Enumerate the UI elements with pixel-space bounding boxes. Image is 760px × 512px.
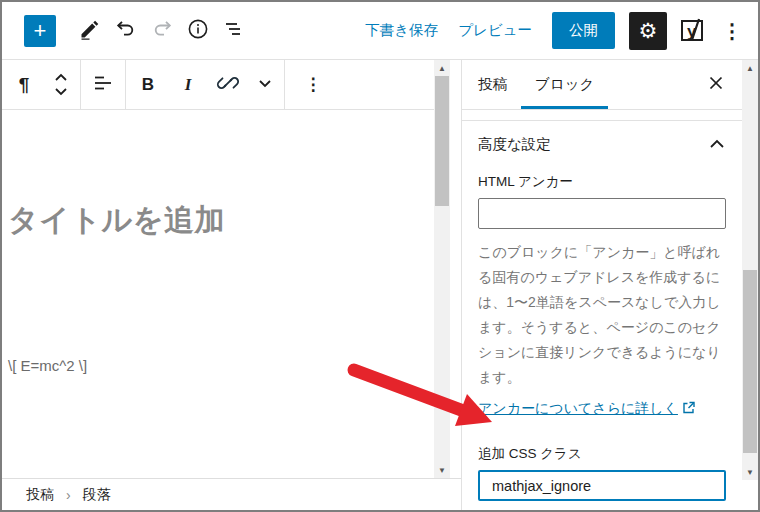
sidebar-tabs: 投稿 ブロック — [462, 60, 742, 110]
list-view-button[interactable] — [216, 13, 252, 49]
info-icon — [186, 17, 210, 44]
options-menu-button[interactable]: ⋮ — [722, 19, 742, 43]
paragraph-block-button[interactable]: ¶ — [4, 61, 44, 109]
toolbar-seg-format: B I — [126, 60, 285, 109]
close-sidebar-button[interactable] — [696, 60, 736, 109]
list-view-icon — [222, 17, 246, 44]
gear-icon: ⚙ — [639, 19, 658, 42]
scroll-up-arrow[interactable]: ▲ — [742, 60, 758, 76]
publish-button[interactable]: 公開 — [552, 12, 615, 49]
html-anchor-label: HTML アンカー — [478, 173, 726, 191]
yoast-icon: y — [679, 32, 706, 47]
details-button[interactable] — [180, 13, 216, 49]
italic-icon: I — [185, 75, 192, 95]
close-icon — [708, 75, 724, 94]
tab-block[interactable]: ブロック — [521, 60, 608, 109]
anchor-docs-link-label: アンカーについてさらに詳しく — [478, 400, 678, 418]
breadcrumb-separator-icon: › — [66, 487, 71, 503]
link-icon — [216, 71, 240, 98]
bold-icon: B — [142, 75, 154, 95]
scroll-down-arrow[interactable]: ▼ — [434, 462, 450, 478]
undo-button[interactable] — [108, 13, 144, 49]
toolbar-seg-align — [81, 60, 126, 109]
pencil-icon — [78, 17, 102, 44]
additional-css-label: 追加 CSS クラス — [478, 445, 726, 463]
editor-topbar: + 下書き保存 プレビュー — [2, 2, 758, 60]
sidebar-scrollbar-thumb[interactable] — [743, 270, 757, 453]
toolbar-seg-options: ⋮ — [285, 60, 341, 109]
panel-title: 高度な設定 — [478, 135, 551, 154]
tools-button[interactable] — [72, 13, 108, 49]
more-formats-button[interactable] — [248, 61, 282, 109]
anchor-help-text: このブロックに「アンカー」と呼ばれる固有のウェブアドレスを作成するには、1〜2単… — [478, 240, 726, 390]
scroll-down-arrow[interactable]: ▼ — [742, 464, 758, 480]
scrollbar-gap — [450, 60, 461, 478]
link-button[interactable] — [208, 61, 248, 109]
tab-post[interactable]: 投稿 — [464, 60, 521, 109]
settings-toggle-button[interactable]: ⚙ — [629, 12, 667, 50]
toolbar-seg-block: ¶ — [2, 60, 81, 109]
chevron-down-icon — [257, 77, 273, 92]
yoast-seo-button[interactable]: y — [679, 16, 706, 46]
breadcrumb-current: 段落 — [83, 486, 111, 504]
block-toolbar: ¶ — [2, 60, 434, 110]
ellipsis-vertical-icon: ⋮ — [305, 74, 322, 95]
bold-button[interactable]: B — [128, 61, 168, 109]
paragraph-block[interactable]: \[ E=mc^2 \] — [8, 357, 434, 374]
post-title-input[interactable]: タイトルを追加 — [8, 200, 434, 241]
block-mover[interactable] — [44, 61, 78, 109]
wordpress-editor-window: + 下書き保存 プレビュー — [0, 0, 760, 512]
chevron-down-icon — [53, 85, 69, 100]
editor-column: ¶ — [2, 60, 461, 510]
redo-icon — [150, 17, 174, 44]
editor-row: ¶ — [2, 60, 461, 478]
editor-scrollbar-thumb[interactable] — [435, 76, 449, 206]
block-breadcrumb: 投稿 › 段落 — [2, 478, 461, 510]
editor-canvas: タイトルを追加 \[ E=mc^2 \] — [2, 110, 434, 478]
html-anchor-input[interactable] — [478, 198, 726, 229]
editor-canvas-wrap: ¶ — [2, 60, 434, 478]
sidebar-scrollbar[interactable]: ▲ ▼ — [742, 60, 758, 480]
save-draft-button[interactable]: 下書き保存 — [365, 21, 438, 40]
chevron-up-icon — [53, 70, 69, 85]
breadcrumb-root[interactable]: 投稿 — [26, 486, 54, 504]
editor-scrollbar[interactable]: ▲ ▼ — [434, 60, 450, 478]
sidebar-scrollbar-rail: ▲ ▼ — [742, 60, 758, 510]
scroll-up-arrow[interactable]: ▲ — [434, 60, 450, 76]
ellipsis-vertical-icon: ⋮ — [722, 20, 742, 42]
additional-css-input[interactable] — [478, 470, 726, 501]
undo-icon — [114, 17, 138, 44]
preview-button[interactable]: プレビュー — [458, 21, 532, 40]
italic-button[interactable]: I — [168, 61, 208, 109]
align-button[interactable] — [83, 61, 123, 109]
block-options-button[interactable]: ⋮ — [287, 61, 339, 109]
chevron-up-icon — [708, 135, 726, 153]
align-left-icon — [91, 71, 115, 98]
advanced-settings-header[interactable]: 高度な設定 — [478, 121, 726, 167]
redo-button[interactable] — [144, 13, 180, 49]
anchor-docs-link[interactable]: アンカーについてさらに詳しく — [478, 400, 695, 418]
advanced-settings-panel: 高度な設定 HTML アンカー このブロックに「アンカー」と呼ばれる固有のウェブ… — [462, 120, 742, 512]
main-area: ¶ — [2, 60, 758, 510]
paragraph-icon: ¶ — [19, 74, 30, 96]
settings-sidebar: 投稿 ブロック 高度な設定 HTML アンカー このブロックに「アン — [461, 60, 742, 510]
external-link-icon — [682, 401, 695, 417]
block-inserter-button[interactable]: + — [24, 15, 56, 47]
